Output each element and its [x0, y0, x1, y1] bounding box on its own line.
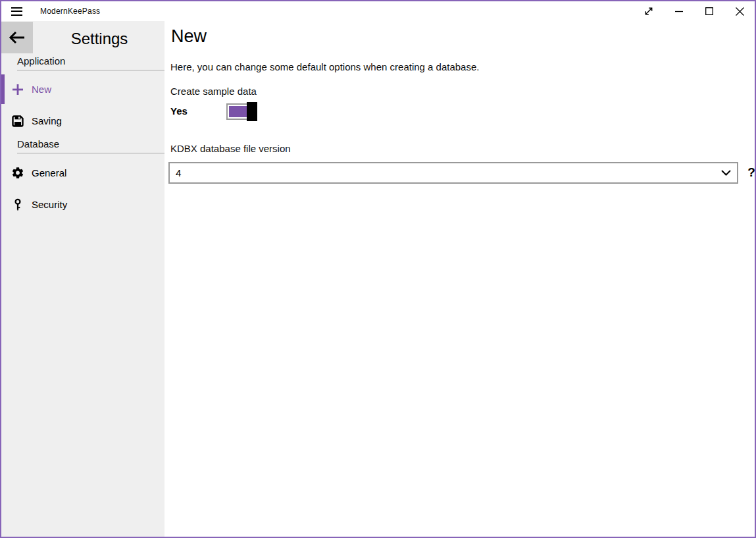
maximize-button[interactable]: [694, 1, 724, 21]
sidebar-item-general[interactable]: General: [1, 158, 166, 188]
close-icon: [735, 7, 745, 16]
page-description: Here, you can change some default option…: [170, 61, 479, 72]
settings-sidebar: Settings Application New: [1, 21, 166, 537]
create-sample-data-toggle[interactable]: [226, 103, 253, 120]
maximize-icon: [705, 7, 714, 16]
section-header-database: Database: [17, 138, 166, 153]
sidebar-item-label: Security: [32, 199, 67, 210]
page-title: New: [171, 26, 207, 47]
back-button[interactable]: [1, 22, 33, 53]
sidebar-item-saving[interactable]: Saving: [1, 106, 166, 136]
titlebar: ModernKeePass: [1, 1, 755, 21]
sidebar-item-label: Saving: [32, 115, 62, 126]
selected-indicator: [1, 74, 5, 104]
sidebar-title: Settings: [34, 28, 164, 50]
plus-icon: [11, 83, 24, 96]
save-icon: [11, 115, 24, 128]
app-window: ModernKeePass: [0, 0, 756, 538]
kdbx-version-combobox[interactable]: 4: [168, 162, 738, 184]
key-icon: [11, 198, 24, 211]
create-sample-data-label: Create sample data: [170, 86, 257, 97]
sidebar-item-new[interactable]: New: [1, 74, 166, 104]
close-button[interactable]: [724, 1, 755, 21]
sidebar-item-label: New: [32, 84, 51, 95]
section-header-application: Application: [17, 55, 166, 70]
minimize-icon: [674, 7, 684, 16]
kdbx-help-button[interactable]: ?: [744, 163, 756, 182]
window-controls: [634, 1, 755, 21]
toggle-state-text: Yes: [170, 105, 188, 117]
enter-fullscreen-button[interactable]: [634, 1, 664, 21]
hamburger-icon: [11, 7, 22, 16]
sidebar-item-security[interactable]: Security: [1, 190, 166, 219]
toggle-thumb[interactable]: [247, 102, 257, 121]
sidebar-item-label: General: [32, 167, 66, 178]
hamburger-menu-button[interactable]: [1, 1, 32, 21]
combobox-selected-value: 4: [176, 167, 721, 178]
minimize-button[interactable]: [664, 1, 694, 21]
chevron-down-icon: [721, 170, 731, 176]
settings-page-new: New Here, you can change some default op…: [164, 21, 755, 537]
app-title: ModernKeePass: [40, 7, 100, 16]
back-arrow-icon: [9, 31, 26, 44]
enter-fullscreen-icon: [643, 6, 654, 16]
kdbx-version-label: KDBX database file version: [170, 143, 291, 154]
gear-icon: [11, 167, 24, 180]
